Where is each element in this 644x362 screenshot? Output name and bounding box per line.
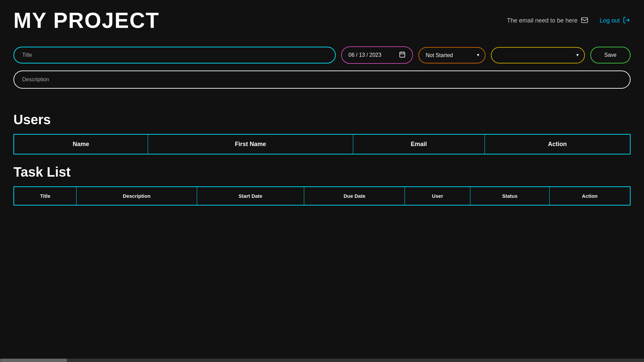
description-input[interactable] [13, 71, 631, 89]
status-select-wrapper: Not Started In Progress Completed [418, 47, 486, 63]
task-col-user: User [405, 187, 470, 205]
task-col-description: Description [77, 187, 197, 205]
users-col-action: Action [485, 134, 630, 154]
scrollbar-area[interactable] [0, 359, 644, 362]
svg-rect-2 [400, 52, 405, 57]
users-section: Users Name First Name Email Action [0, 102, 644, 161]
calendar-icon [399, 51, 406, 59]
task-table-head: Title Description Start Date Due Date Us… [14, 187, 630, 205]
logout-icon [623, 16, 631, 25]
svg-rect-0 [582, 18, 588, 23]
user-select-wrapper [491, 47, 585, 63]
email-display: The email need to be here [507, 16, 589, 25]
task-col-action: Action [549, 187, 630, 205]
app-title: MY PROJECT [13, 8, 159, 33]
form-row-2 [13, 71, 631, 89]
task-col-title: Title [14, 187, 77, 205]
form-row-1: Not Started In Progress Completed Save [13, 46, 631, 64]
task-col-status: Status [470, 187, 549, 205]
users-section-title: Users [13, 112, 631, 127]
task-col-duedate: Due Date [304, 187, 405, 205]
title-input[interactable] [13, 47, 336, 63]
email-icon [581, 16, 589, 25]
save-button[interactable]: Save [590, 47, 631, 63]
logout-button[interactable]: Log out [600, 16, 631, 25]
users-col-email: Email [353, 134, 485, 154]
tasklist-section: Task List Title Description Start Date D… [0, 161, 644, 212]
user-select[interactable] [491, 47, 585, 63]
task-table-container: Title Description Start Date Due Date Us… [13, 186, 631, 206]
logout-label: Log out [600, 17, 620, 24]
task-table-header-row: Title Description Start Date Due Date Us… [14, 187, 630, 205]
users-table: Name First Name Email Action [13, 134, 631, 154]
users-table-container: Name First Name Email Action [13, 134, 631, 154]
form-section: Not Started In Progress Completed Save [0, 40, 644, 102]
scrollbar-thumb[interactable] [0, 359, 67, 362]
date-input[interactable] [349, 52, 396, 58]
users-table-header-row: Name First Name Email Action [14, 134, 630, 154]
email-text: The email need to be here [507, 17, 578, 24]
header: MY PROJECT The email need to be here Log… [0, 0, 644, 40]
users-col-name: Name [14, 134, 148, 154]
task-table: Title Description Start Date Due Date Us… [13, 186, 631, 206]
header-right: The email need to be here Log out [507, 16, 631, 25]
date-input-wrapper [341, 46, 413, 64]
users-table-head: Name First Name Email Action [14, 134, 630, 154]
status-select[interactable]: Not Started In Progress Completed [418, 47, 486, 63]
users-col-firstname: First Name [148, 134, 353, 154]
tasklist-section-title: Task List [13, 165, 631, 180]
task-col-startdate: Start Date [197, 187, 304, 205]
